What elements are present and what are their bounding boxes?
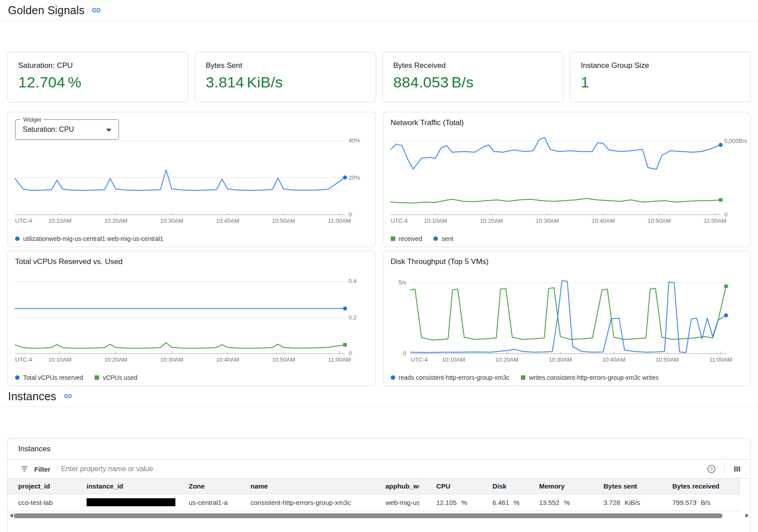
column-header-apphub-workload[interactable]: apphub_wo — [385, 479, 419, 494]
horizontal-scrollbar — [8, 512, 750, 519]
instances-section-title: Instances — [8, 390, 56, 403]
svg-text:5/s: 5/s — [398, 279, 406, 286]
column-display-button[interactable] — [731, 463, 743, 475]
legend-square-icon — [521, 375, 525, 380]
svg-text:10:40AM: 10:40AM — [591, 217, 615, 224]
scorecard-bytes-sent: Bytes Sent 3.814KiB/s — [194, 52, 376, 102]
filter-actions: ? — [705, 462, 743, 476]
disk-throughput-chart: 5/s010:10AM10:20AM10:30AM10:40AM10:50AM1… — [383, 271, 751, 368]
cell-project-id: cco-test-lab — [8, 494, 87, 511]
columns-icon — [733, 465, 742, 473]
scorecard-label: Instance Group Size — [581, 61, 649, 70]
column-header-bytes-sent[interactable]: Bytes sent — [603, 479, 672, 494]
svg-text:11:00AM: 11:00AM — [709, 356, 732, 363]
help-icon: ? — [706, 464, 716, 474]
svg-text:UTC-4: UTC-4 — [391, 217, 408, 224]
svg-text:11:00AM: 11:00AM — [328, 356, 351, 363]
section-link-icon[interactable] — [63, 392, 72, 401]
svg-text:10:30AM: 10:30AM — [160, 356, 183, 363]
instances-card-title: Instances — [8, 439, 750, 460]
legend-item[interactable]: received — [391, 235, 422, 242]
column-header-memory[interactable]: Memory — [539, 479, 603, 494]
column-header-name[interactable]: name — [250, 479, 385, 494]
svg-text:10:40AM: 10:40AM — [216, 217, 239, 224]
legend-square-icon — [391, 236, 395, 241]
scorecard-instance-group-size: Instance Group Size 1 — [570, 52, 751, 102]
legend-dot-icon — [15, 236, 20, 241]
cell-cpu: 12.105% — [419, 494, 492, 511]
filter-input[interactable] — [61, 465, 705, 473]
legend-square-icon — [95, 375, 99, 380]
scroll-left-arrow[interactable] — [8, 512, 14, 519]
filter-icon — [20, 465, 29, 473]
svg-text:10:50AM: 10:50AM — [655, 356, 679, 363]
instances-table-card: Instances Filter ? — [7, 438, 751, 532]
chart-title: Total vCPUs Reserved vs. Used — [15, 257, 123, 266]
scorecard-label: Saturation: CPU — [18, 61, 73, 70]
column-header-cpu[interactable]: CPU — [419, 479, 492, 494]
chart-legend: Total vCPUs reservedvCPUs used — [15, 374, 137, 381]
svg-text:UTC-4: UTC-4 — [15, 217, 32, 224]
redacted-value — [87, 498, 175, 506]
scroll-right-arrow[interactable] — [744, 512, 750, 519]
svg-text:10:20AM: 10:20AM — [104, 356, 127, 363]
vcpus-chart-card: Total vCPUs Reserved vs. Used 0.40.2010:… — [7, 251, 376, 386]
column-header-instance-id[interactable]: instance_id — [87, 479, 189, 494]
scorecard-value: 12.704% — [18, 74, 81, 91]
network-traffic-chart: 5,000B/s010:10AM10:20AM10:30AM10:40AM10:… — [383, 132, 751, 229]
legend-label: writes consistent-http-errors-group-xm3c… — [529, 374, 659, 381]
help-button[interactable]: ? — [705, 462, 718, 476]
svg-text:0: 0 — [724, 211, 727, 218]
legend-dot-icon — [15, 375, 20, 380]
section-link-icon[interactable] — [91, 5, 101, 15]
scrollbar-track[interactable] — [14, 513, 744, 518]
svg-text:10:30AM: 10:30AM — [536, 217, 559, 224]
vcpus-chart: 0.40.2010:10AM10:20AM10:30AM10:40AM10:50… — [8, 271, 376, 368]
scorecard-value: 3.814KiB/s — [206, 74, 282, 91]
cell-zone: us-central1-a — [189, 494, 250, 511]
svg-text:10:10AM: 10:10AM — [48, 217, 71, 224]
legend-item[interactable]: reads consistent-http-errors-group-xm3c — [391, 374, 510, 381]
cell-bytes-sent: 3.728KiB/s — [603, 494, 672, 511]
scrollbar-thumb[interactable] — [14, 513, 722, 518]
svg-text:40%: 40% — [349, 137, 360, 144]
scorecards-row: Saturation: CPU 12.704% Bytes Sent 3.814… — [7, 52, 751, 102]
column-header-project-id[interactable]: project_id — [8, 479, 87, 494]
legend-label: Total vCPUs reserved — [23, 374, 83, 381]
page-title: Golden Signals — [8, 4, 84, 17]
column-header-disk[interactable]: Disk — [492, 479, 539, 494]
column-header-zone[interactable]: Zone — [189, 479, 250, 494]
legend-label: sent — [441, 235, 453, 242]
chart-legend: utilizationweb-mig-us-central1 web-mig-u… — [15, 235, 163, 242]
svg-text:10:50AM: 10:50AM — [272, 356, 295, 363]
dropdown-arrow-icon — [106, 129, 111, 132]
column-header-bytes-received[interactable]: Bytes received — [672, 479, 741, 494]
cell-instance-id — [87, 494, 189, 511]
legend-dot-icon — [391, 375, 395, 380]
svg-text:UTC-4: UTC-4 — [15, 356, 32, 363]
svg-text:10:50AM: 10:50AM — [272, 217, 295, 224]
disk-throughput-chart-card: Disk Throughput (Top 5 VMs) 5/s010:10AM1… — [383, 251, 751, 386]
legend-item[interactable]: vCPUs used — [95, 374, 137, 381]
cell-bytes-received: 799.573B/s — [672, 494, 741, 511]
golden-signals-header: Golden Signals — [0, 0, 758, 21]
svg-text:10:40AM: 10:40AM — [216, 356, 239, 363]
legend-item[interactable]: utilizationweb-mig-us-central1 web-mig-u… — [15, 235, 163, 242]
legend-item[interactable]: writes consistent-http-errors-group-xm3c… — [521, 374, 659, 381]
legend-item[interactable]: Total vCPUs reserved — [15, 374, 83, 381]
svg-text:10:10AM: 10:10AM — [442, 356, 465, 363]
svg-text:0.2: 0.2 — [349, 314, 357, 321]
svg-text:10:30AM: 10:30AM — [160, 217, 183, 224]
scorecard-value: 1 — [581, 74, 592, 91]
legend-label: utilizationweb-mig-us-central1 web-mig-u… — [23, 235, 163, 242]
svg-text:0: 0 — [349, 350, 352, 357]
cell-name: consistent-http-errors-group-xm3c — [250, 494, 385, 511]
svg-text:0: 0 — [403, 350, 406, 357]
legend-item[interactable]: sent — [433, 235, 453, 242]
svg-text:10:20AM: 10:20AM — [104, 217, 127, 224]
chart-title: Network Traffic (Total) — [391, 118, 464, 127]
scorecard-bytes-received: Bytes Received 884.053B/s — [382, 52, 564, 102]
table-row[interactable]: cco-test-lab us-central1-a consistent-ht… — [8, 494, 741, 511]
table-header-row: project_id instance_id Zone name apphub_… — [8, 479, 741, 494]
filter-label[interactable]: Filter — [34, 465, 51, 473]
